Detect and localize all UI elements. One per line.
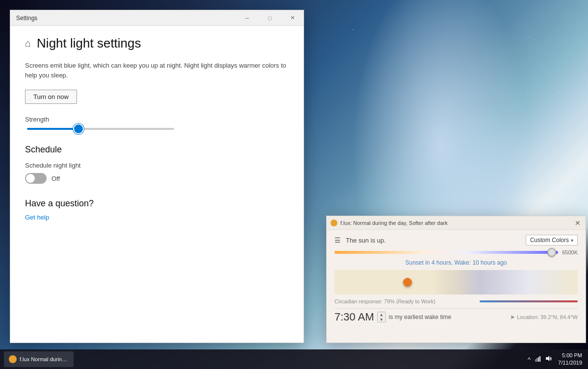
- faq-section-title: Have a question?: [25, 198, 289, 209]
- flux-color-thumb[interactable]: [547, 248, 556, 257]
- toggle-knob: [26, 174, 35, 183]
- svg-rect-2: [538, 357, 539, 362]
- flux-wake-label: is my earliest wake time: [389, 314, 451, 320]
- maximize-button[interactable]: □: [258, 10, 281, 26]
- turn-on-button[interactable]: Turn on now: [25, 90, 77, 104]
- settings-window: Settings ─ □ ✕ ⌂ Night light settings Sc…: [10, 10, 304, 343]
- flux-title-text: f.lux: Normal during the day, Softer aft…: [340, 220, 448, 226]
- taskbar-flux-icon: [9, 355, 17, 363]
- close-button[interactable]: ✕: [281, 10, 304, 26]
- flux-circadian-text: Circadian response: 79% (Ready to Work): [334, 298, 435, 304]
- schedule-toggle-row: Off: [25, 173, 289, 184]
- flux-location-text: Location: 39.2°N, 84.4°W: [517, 314, 578, 320]
- flux-spinner-down[interactable]: ▼: [378, 317, 385, 322]
- flux-top-row: ☰ The sun is up. Custom Colors ▾: [334, 235, 578, 246]
- flux-app-icon: [331, 220, 337, 226]
- flux-bottom-row: 7:30 AM ▲ ▼ is my earliest wake time ➤ L…: [334, 308, 578, 323]
- strength-label: Strength: [25, 116, 289, 123]
- svg-rect-3: [539, 356, 540, 362]
- schedule-night-label: Schedule night light: [25, 162, 289, 169]
- taskbar-right: ^ 5:00 PM 7/11/2019: [528, 352, 588, 367]
- home-icon[interactable]: ⌂: [25, 38, 31, 49]
- chevron-up-icon[interactable]: ^: [528, 356, 531, 363]
- flux-circadian-bar: [480, 300, 578, 302]
- taskbar: f.lux Normal during... ^: [0, 349, 588, 369]
- strength-slider-container: [25, 128, 289, 130]
- page-title: Night light settings: [37, 36, 141, 51]
- taskbar-flux-label: f.lux Normal during...: [20, 356, 69, 362]
- schedule-toggle[interactable]: [25, 173, 47, 184]
- flux-dropdown-label: Custom Colors: [530, 237, 569, 244]
- flux-wake-left: 7:30 AM ▲ ▼ is my earliest wake time: [334, 311, 451, 323]
- flux-wake-time: 7:30 AM: [334, 311, 374, 323]
- location-icon: ➤: [510, 314, 515, 320]
- flux-spinner-up[interactable]: ▲: [378, 312, 385, 317]
- taskbar-clock[interactable]: 5:00 PM 7/11/2019: [558, 352, 582, 367]
- svg-marker-4: [546, 356, 549, 361]
- strength-slider-thumb[interactable]: [74, 124, 83, 133]
- flux-titlebar: f.lux: Normal during the day, Softer aft…: [327, 216, 586, 230]
- flux-temp-label: 6500K: [562, 249, 578, 255]
- toggle-state-text: Off: [51, 175, 60, 182]
- network-icon[interactable]: [535, 355, 541, 364]
- flux-sun-text: The sun is up.: [346, 237, 386, 244]
- flux-menu-icon[interactable]: ☰: [334, 236, 341, 244]
- schedule-section-title: Schedule: [25, 145, 289, 155]
- flux-slider-row: 6500K: [334, 249, 578, 255]
- settings-titlebar: Settings ─ □ ✕: [10, 10, 304, 26]
- taskbar-flux-item[interactable]: f.lux Normal during...: [4, 351, 74, 367]
- flux-timeline: [334, 270, 578, 295]
- settings-header: ⌂ Night light settings: [25, 36, 289, 51]
- settings-content: ⌂ Night light settings Screens emit blue…: [10, 26, 304, 343]
- taskbar-left: f.lux Normal during...: [0, 351, 74, 367]
- flux-color-slider[interactable]: [334, 251, 558, 254]
- flux-timeline-dot: [403, 278, 412, 287]
- minimize-button[interactable]: ─: [236, 10, 258, 26]
- window-controls: ─ □ ✕: [236, 10, 304, 26]
- taskbar-time: 5:00 PM: [558, 352, 582, 359]
- chevron-down-icon: ▾: [571, 238, 573, 243]
- flux-body: ☰ The sun is up. Custom Colors ▾ 6500K S…: [327, 230, 586, 343]
- settings-description: Screens emit blue light, which can keep …: [25, 61, 289, 80]
- flux-close-button[interactable]: ✕: [574, 219, 582, 227]
- taskbar-date: 7/11/2019: [558, 359, 582, 367]
- flux-dropdown[interactable]: Custom Colors ▾: [526, 235, 578, 246]
- svg-rect-1: [537, 358, 537, 362]
- flux-title-left: f.lux: Normal during the day, Softer aft…: [331, 220, 448, 226]
- flux-sunset-text: Sunset in 4 hours, Wake: 10 hours ago: [334, 259, 578, 266]
- strength-slider-track[interactable]: [27, 128, 174, 130]
- settings-window-title: Settings: [16, 15, 37, 22]
- svg-rect-0: [535, 359, 536, 362]
- flux-location: ➤ Location: 39.2°N, 84.4°W: [510, 314, 578, 320]
- volume-icon[interactable]: [545, 355, 552, 364]
- flux-window: f.lux: Normal during the day, Softer aft…: [326, 216, 586, 343]
- flux-time-spinner[interactable]: ▲ ▼: [377, 312, 386, 322]
- taskbar-system-icons: ^: [528, 355, 552, 364]
- flux-circadian-row: Circadian response: 79% (Ready to Work): [334, 298, 578, 304]
- get-help-link[interactable]: Get help: [25, 214, 49, 221]
